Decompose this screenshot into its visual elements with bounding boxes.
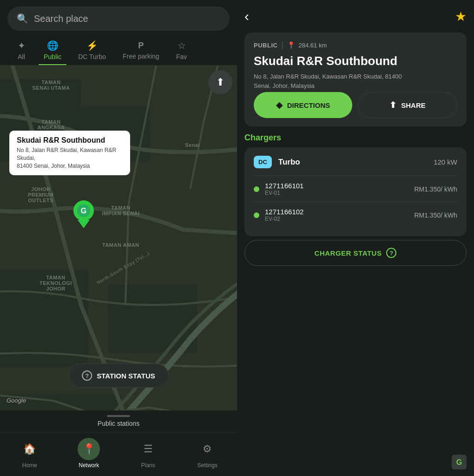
fav-icon: ☆ — [178, 40, 186, 51]
charger-status-help-icon: ? — [386, 248, 396, 258]
charger-row-2[interactable]: 1271166102 EV-02 RM1.350/ kWh — [254, 202, 457, 228]
search-input[interactable]: Search place — [34, 13, 88, 24]
location-card-address: No 8, Jalan R&R Skudai, Kawasan R&R Skud… — [17, 146, 123, 170]
help-circle-icon: ? — [82, 370, 92, 381]
charger-id-2: 1271166102 — [265, 208, 303, 216]
nav-home-label: Home — [22, 462, 37, 469]
share-button[interactable]: ⬆ SHARE — [358, 92, 457, 118]
right-panel: ‹ ★ PUBLIC | 📍 284.61 km Skudai R&R Sout… — [237, 0, 474, 476]
nav-network[interactable]: 📍 Network — [78, 438, 100, 469]
plans-icon: ☰ — [137, 438, 159, 460]
charger-header-left: DC Turbo — [254, 156, 300, 168]
charger-card: DC Turbo 120 kW 1271166101 EV-01 RM1.350… — [244, 147, 467, 236]
all-icon: ✦ — [18, 40, 26, 51]
nav-plans[interactable]: ☰ Plans — [137, 438, 159, 469]
tab-dc-turbo[interactable]: ⚡ DC Turbo — [70, 37, 114, 65]
svg-marker-9 — [78, 220, 90, 228]
chargers-section: Chargers DC Turbo 120 kW 1271166101 EV-0… — [244, 133, 467, 469]
directions-button[interactable]: ◆ DIRECTIONS — [254, 92, 352, 118]
public-icon: 🌐 — [47, 40, 59, 51]
map-label-teknologi: TAMANTEKNOLOGIJOHOR — [28, 275, 84, 291]
station-meta: PUBLIC | 📍 284.61 km — [254, 41, 457, 49]
svg-text:G: G — [81, 207, 86, 215]
nav-settings-label: Settings — [198, 462, 217, 469]
map-pin[interactable]: G — [72, 200, 95, 232]
charger-row-2-left: 1271166102 EV-02 — [254, 208, 303, 222]
station-info-card: PUBLIC | 📍 284.61 km Skudai R&R Southbou… — [244, 33, 467, 126]
station-name: Skudai R&R Southbound — [254, 54, 457, 68]
location-card-title: Skudai R&R Southbound — [17, 136, 123, 145]
settings-icon: ⚙ — [196, 438, 218, 460]
charger-id-1: 1271166101 — [265, 182, 303, 190]
charger-type: Turbo — [278, 158, 300, 167]
map-label-johor-outlets: JOHORPREMIUMOUTLETS — [28, 186, 53, 203]
charger-row-1[interactable]: 1271166101 EV-01 RM1.350/ kWh — [254, 176, 457, 202]
nav-settings[interactable]: ⚙ Settings — [196, 438, 218, 469]
station-status-button[interactable]: ? STATION STATUS — [68, 364, 169, 388]
right-header: ‹ ★ — [244, 7, 467, 26]
nav-home[interactable]: 🏠 Home — [19, 438, 41, 469]
location-pin-icon: 📍 — [287, 41, 295, 49]
charger-status-button[interactable]: CHARGER STATUS ? — [244, 240, 467, 266]
map-label-senai-utama: TAMANSENAI UTAMA — [26, 79, 77, 91]
tab-all[interactable]: ✦ All — [7, 37, 35, 65]
charger-header: DC Turbo 120 kW — [254, 156, 457, 168]
tab-free-parking[interactable]: P Free parking — [114, 38, 168, 65]
nav-network-label: Network — [79, 462, 99, 469]
chargers-title: Chargers — [244, 133, 467, 143]
map-label-aman: TAMAN AMAN — [102, 242, 139, 248]
dc-turbo-icon: ⚡ — [86, 40, 98, 51]
bottom-area: Public stations 🏠 Home 📍 Network ☰ Plans… — [0, 410, 237, 476]
network-icon: 📍 — [78, 438, 100, 460]
charger-id-group-2: 1271166102 EV-02 — [265, 208, 303, 222]
charger-ev-1: EV-01 — [265, 190, 303, 196]
google-logo: Google — [7, 397, 26, 404]
tab-public-label: Public — [44, 53, 61, 60]
directions-icon: ◆ — [276, 100, 283, 110]
nav-plans-label: Plans — [141, 462, 155, 469]
tab-public[interactable]: 🌐 Public — [35, 37, 70, 65]
public-stations-label: Public stations — [0, 420, 237, 427]
filter-tabs: ✦ All 🌐 Public ⚡ DC Turbo P Free parking… — [0, 35, 237, 66]
status-dot-2 — [254, 212, 259, 218]
meta-divider: | — [281, 41, 283, 49]
favorite-button[interactable]: ★ — [455, 9, 467, 24]
charger-rate-1: RM1.350/ kWh — [414, 185, 457, 193]
public-badge: PUBLIC — [254, 42, 277, 49]
drag-handle[interactable] — [107, 415, 130, 417]
compass-icon: ⬆ — [216, 76, 224, 88]
search-bar[interactable]: 🔍 Search place — [7, 7, 230, 31]
share-icon: ⬆ — [389, 100, 396, 110]
tab-fav[interactable]: ☆ Fav — [168, 37, 196, 65]
compass-button[interactable]: ⬆ — [208, 70, 232, 94]
charger-power: 120 kW — [434, 158, 457, 166]
location-card: Skudai R&R Southbound No 8, Jalan R&R Sk… — [9, 131, 130, 175]
map-label-senai: Senai — [185, 142, 200, 148]
bottom-nav: 🏠 Home 📍 Network ☰ Plans ⚙ Settings — [0, 432, 237, 476]
station-distance: 284.61 km — [299, 42, 327, 49]
charger-row-1-left: 1271166101 EV-01 — [254, 182, 303, 196]
share-label: SHARE — [401, 101, 426, 109]
tab-dc-turbo-label: DC Turbo — [78, 53, 106, 60]
dc-badge: DC — [254, 156, 272, 168]
charger-id-group-1: 1271166101 EV-01 — [265, 182, 303, 196]
map-label-impian: TAMANIMPIAN SENAI — [93, 205, 149, 216]
svg-text:G: G — [456, 458, 462, 466]
left-panel: 🔍 Search place ✦ All 🌐 Public ⚡ DC Turbo… — [0, 0, 237, 476]
tab-free-parking-label: Free parking — [123, 53, 159, 60]
action-buttons: ◆ DIRECTIONS ⬆ SHARE — [254, 92, 457, 118]
tab-all-label: All — [18, 53, 25, 60]
charger-rate-2: RM1.350/ kWh — [414, 212, 457, 219]
charger-status-label: CHARGER STATUS — [315, 249, 382, 257]
back-button[interactable]: ‹ — [244, 8, 249, 24]
tab-fav-label: Fav — [176, 53, 187, 60]
home-icon: 🏠 — [19, 438, 41, 460]
search-icon: 🔍 — [17, 13, 28, 24]
status-dot-1 — [254, 186, 259, 192]
charger-ev-2: EV-02 — [265, 216, 303, 222]
map-label-angkasa: TAMANANGKASA — [28, 119, 74, 130]
station-address: No 8, Jalan R&R Skudai, Kawasan R&R Skud… — [254, 72, 457, 90]
free-parking-icon: P — [138, 41, 144, 51]
station-status-label: STATION STATUS — [97, 372, 155, 380]
app-logo: G — [452, 455, 467, 469]
